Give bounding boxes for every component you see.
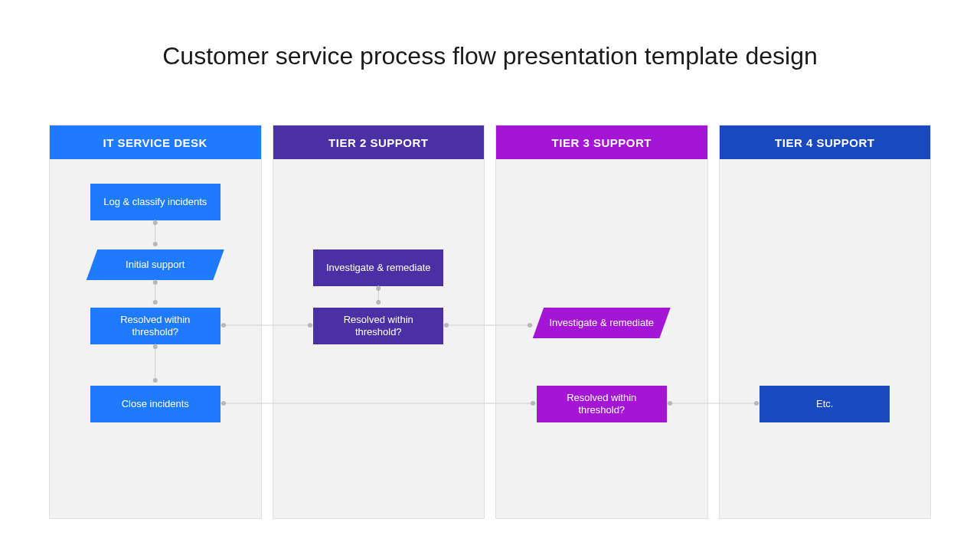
lane-body: Log & classify incidents Initial support…: [50, 159, 261, 518]
node-investigate-2: Investigate & remediate: [313, 249, 443, 286]
node-close-incidents: Close incidents: [90, 386, 220, 422]
lane-body: Etc.: [720, 159, 931, 518]
lane-tier-4: TIER 4 SUPPORT Etc.: [719, 125, 932, 519]
lane-header: TIER 4 SUPPORT: [720, 126, 931, 159]
node-log-classify: Log & classify incidents: [90, 184, 220, 220]
lane-tier-3: TIER 3 SUPPORT Investigate & remediate R…: [495, 125, 708, 519]
slide-title: Customer service process flow presentati…: [0, 42, 980, 70]
lane-header: TIER 2 SUPPORT: [273, 126, 485, 159]
lane-header: IT SERVICE DESK: [50, 126, 261, 159]
node-resolved-threshold-1: Resolved within threshold?: [90, 308, 220, 344]
lane-it-service-desk: IT SERVICE DESK Log & classify incidents…: [49, 125, 262, 519]
node-initial-support: Initial support: [87, 249, 224, 280]
node-resolved-threshold-3: Resolved within threshold?: [537, 386, 667, 422]
node-investigate-3: Investigate & remediate: [533, 308, 671, 338]
node-resolved-threshold-2: Resolved within threshold?: [313, 308, 443, 344]
node-etc: Etc.: [760, 386, 890, 422]
lane-body: Investigate & remediate Resolved within …: [273, 159, 485, 518]
lane-body: Investigate & remediate Resolved within …: [496, 159, 707, 518]
lane-header: TIER 3 SUPPORT: [496, 126, 707, 159]
swimlanes: IT SERVICE DESK Log & classify incidents…: [49, 125, 931, 519]
lane-tier-2: TIER 2 SUPPORT Investigate & remediate R…: [273, 125, 485, 519]
